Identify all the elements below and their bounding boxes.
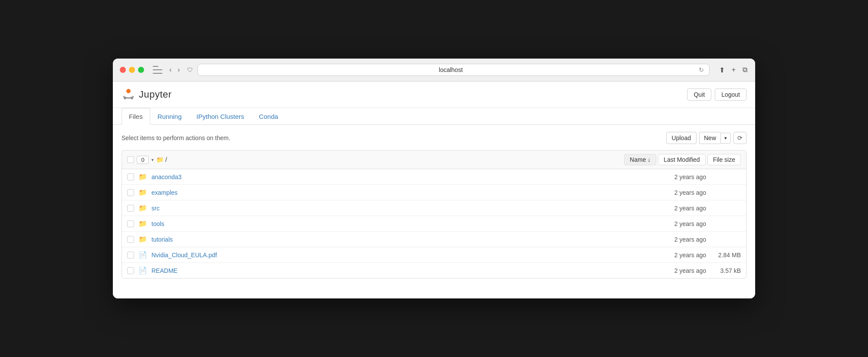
row-checkbox[interactable] <box>127 220 134 227</box>
file-modified: 2 years ago <box>628 267 706 274</box>
item-count: 0 <box>137 156 149 164</box>
header-buttons: Quit Logout <box>687 88 746 101</box>
shield-icon: 🛡 <box>187 66 193 73</box>
action-buttons: Upload New ▾ ⟳ <box>666 132 746 144</box>
upload-button[interactable]: Upload <box>666 132 697 144</box>
table-row: 📁 src 2 years ago <box>122 200 746 216</box>
address-bar[interactable]: localhost ↻ <box>197 64 710 76</box>
new-button[interactable]: New <box>699 132 720 144</box>
file-name-link[interactable]: README <box>151 267 628 274</box>
count-dropdown-icon[interactable]: ▾ <box>151 157 154 162</box>
app-content: Jupyter Quit Logout Files Running IPytho… <box>113 82 755 298</box>
nav-tabs: Files Running IPython Clusters Conda <box>113 108 755 125</box>
main-content: Select items to perform actions on them.… <box>113 125 755 285</box>
windows-button[interactable]: ⧉ <box>742 65 748 75</box>
row-checkbox[interactable] <box>127 205 134 212</box>
file-name-link[interactable]: src <box>151 205 628 212</box>
tab-ipython-clusters[interactable]: IPython Clusters <box>189 108 252 125</box>
select-message: Select items to perform actions on them. <box>122 134 230 141</box>
forward-button[interactable]: › <box>176 65 181 75</box>
table-row: 📁 tools 2 years ago <box>122 216 746 232</box>
share-button[interactable]: ⬆ <box>718 65 726 75</box>
file-modified: 2 years ago <box>628 220 706 227</box>
table-row: 📄 Nvidia_Cloud_EULA.pdf 2 years ago 2.84… <box>122 247 746 263</box>
file-modified: 2 years ago <box>628 189 706 196</box>
url-text: localhost <box>203 66 699 73</box>
modified-column-header[interactable]: Last Modified <box>658 154 705 165</box>
file-name-link[interactable]: Nvidia_Cloud_EULA.pdf <box>151 252 628 259</box>
action-bar: Select items to perform actions on them.… <box>122 132 746 144</box>
header-right: Name ↓ Last Modified File size <box>622 154 741 165</box>
sidebar-toggle-button[interactable] <box>153 66 162 74</box>
folder-icon: 📁 <box>138 235 147 243</box>
svg-point-2 <box>131 97 133 99</box>
folder-icon: 📁 <box>138 204 147 212</box>
reload-button[interactable]: ↻ <box>699 66 704 73</box>
folder-icon: 📁 <box>138 219 147 228</box>
table-row: 📁 examples 2 years ago <box>122 185 746 200</box>
new-tab-button[interactable]: + <box>731 65 736 75</box>
new-dropdown-button[interactable]: ▾ <box>720 133 731 144</box>
fullscreen-button[interactable] <box>138 67 144 73</box>
breadcrumb: 📁 / <box>156 156 167 163</box>
row-checkbox[interactable] <box>127 189 134 196</box>
jupyter-logo-icon <box>122 88 135 102</box>
folder-icon: 📁 <box>138 188 147 197</box>
size-column-header[interactable]: File size <box>707 154 741 165</box>
table-row: 📁 tutorials 2 years ago <box>122 232 746 247</box>
file-modified: 2 years ago <box>628 205 706 212</box>
close-button[interactable] <box>120 67 126 73</box>
file-modified: 2 years ago <box>628 252 706 259</box>
tab-conda[interactable]: Conda <box>252 108 286 125</box>
jupyter-title: Jupyter <box>139 89 172 100</box>
svg-point-0 <box>126 89 131 93</box>
browser-chrome: ‹ › 🛡 localhost ↻ ⬆ + ⧉ <box>113 59 755 82</box>
table-header: 0 ▾ 📁 / Name ↓ Last Modified File <box>122 151 746 169</box>
row-checkbox[interactable] <box>127 236 134 243</box>
file-icon: 📄 <box>138 251 147 259</box>
file-name-link[interactable]: examples <box>151 189 628 196</box>
header-left: 0 ▾ 📁 / <box>127 156 622 164</box>
folder-icon: 📁 <box>156 156 164 163</box>
file-icon: 📄 <box>138 266 147 275</box>
file-name-link[interactable]: tools <box>151 220 628 227</box>
jupyter-logo: Jupyter <box>122 88 172 102</box>
refresh-button[interactable]: ⟳ <box>733 132 746 144</box>
row-checkbox[interactable] <box>127 252 134 259</box>
table-row: 📄 README 2 years ago 3.57 kB <box>122 263 746 278</box>
browser-window: ‹ › 🛡 localhost ↻ ⬆ + ⧉ <box>113 59 755 298</box>
file-rows-container: 📁 anaconda3 2 years ago 📁 examples 2 yea… <box>122 169 746 278</box>
file-name-link[interactable]: tutorials <box>151 236 628 243</box>
browser-actions: ⬆ + ⧉ <box>718 65 748 75</box>
row-checkbox[interactable] <box>127 267 134 274</box>
row-checkbox[interactable] <box>127 174 134 180</box>
select-all-checkbox[interactable] <box>127 156 134 163</box>
new-button-group: New ▾ <box>699 132 731 144</box>
svg-point-1 <box>124 97 126 99</box>
file-name-link[interactable]: anaconda3 <box>151 174 628 180</box>
file-modified: 2 years ago <box>628 236 706 243</box>
file-table: 0 ▾ 📁 / Name ↓ Last Modified File <box>122 150 746 278</box>
file-modified: 2 years ago <box>628 174 706 180</box>
tab-running[interactable]: Running <box>150 108 189 125</box>
logout-button[interactable]: Logout <box>715 88 746 101</box>
breadcrumb-path: / <box>165 156 167 163</box>
back-button[interactable]: ‹ <box>168 65 173 75</box>
nav-arrows: ‹ › <box>168 65 182 75</box>
jupyter-header: Jupyter Quit Logout <box>113 82 755 108</box>
folder-icon: 📁 <box>138 173 147 181</box>
quit-button[interactable]: Quit <box>687 88 711 101</box>
address-bar-container: 🛡 localhost ↻ <box>187 64 710 76</box>
traffic-lights <box>120 67 144 73</box>
tab-files[interactable]: Files <box>122 108 150 125</box>
table-row: 📁 anaconda3 2 years ago <box>122 169 746 185</box>
file-size: 3.57 kB <box>706 267 741 274</box>
minimize-button[interactable] <box>129 67 135 73</box>
file-size: 2.84 MB <box>706 252 741 259</box>
name-column-header[interactable]: Name ↓ <box>624 154 656 165</box>
